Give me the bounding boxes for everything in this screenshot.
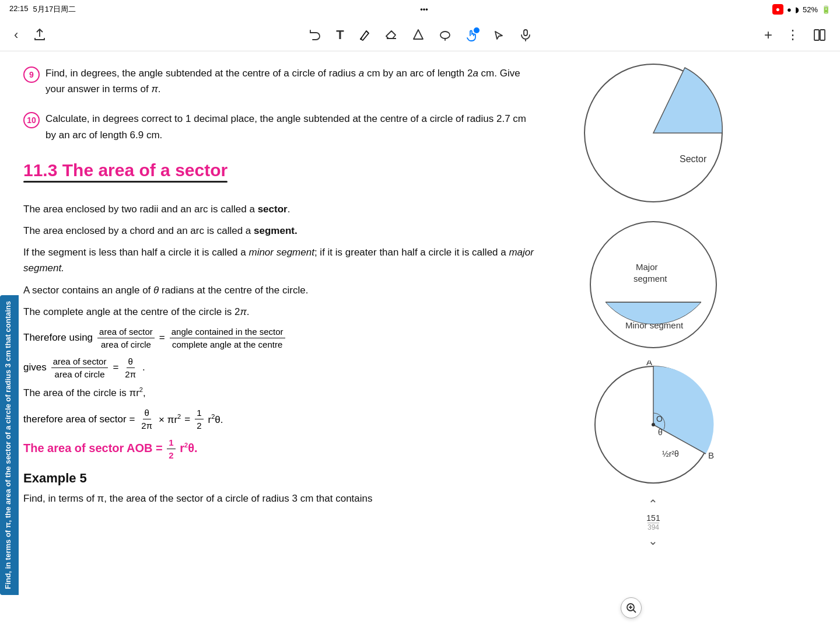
- zoom-button[interactable]: [621, 597, 642, 618]
- d3-a-label: A: [646, 360, 652, 367]
- status-date: 5月17日周二: [33, 4, 76, 15]
- text-tool-button[interactable]: T: [334, 25, 346, 45]
- math-equation-3: therefore area of sector = θ 2π × πr2 = …: [23, 407, 537, 432]
- side-tab[interactable]: Find, in terms of π, the area of the sec…: [0, 295, 19, 595]
- frac-num-5: θ: [143, 407, 151, 419]
- frac-den-5: 2π: [139, 419, 154, 432]
- svg-rect-1: [524, 30, 527, 36]
- frac-num-2: angle contained in the sector: [170, 326, 285, 338]
- svg-line-12: [634, 610, 636, 613]
- page-nav: ⌃ 151 394 ⌄: [646, 497, 660, 548]
- highlighted-formula: The area of sector AOB = 1 2 r2θ.: [23, 436, 537, 461]
- r2theta-text: r2θ.: [208, 413, 223, 426]
- body-text-5: The complete angle at the centre of the …: [23, 304, 537, 320]
- heading-underline: [23, 181, 228, 183]
- body-text-2: The area enclosed by a chord and an arc …: [23, 223, 537, 239]
- problem-9: 9 Find, in degrees, the angle subtended …: [23, 65, 537, 103]
- formula-frac: 1 2: [167, 436, 175, 461]
- frac-num-4: θ: [127, 355, 135, 368]
- major-segment-label: Major: [636, 262, 658, 272]
- math-equation-1: Therefore using area of sector area of c…: [23, 326, 537, 351]
- undo-button[interactable]: [306, 26, 324, 44]
- svg-point-10: [652, 423, 655, 426]
- pointer-tool-button[interactable]: [490, 26, 508, 44]
- problem-10: 10 Calculate, in degrees correct to 1 de…: [23, 111, 537, 148]
- diagram-2-svg: Major segment Minor segment: [578, 215, 729, 355]
- battery-text: 52%: [803, 5, 818, 14]
- times-pir2: × πr2: [159, 413, 181, 426]
- diagram-2-wrap: Major segment Minor segment: [578, 215, 729, 355]
- section-heading-wrap: 11.3 The area of a sector: [23, 157, 537, 190]
- frac-num-6: 1: [195, 407, 203, 419]
- frac-den-3: area of circle: [53, 368, 107, 380]
- frac-num-1: area of sector: [97, 326, 155, 338]
- hand-tool-wrap: [463, 26, 481, 44]
- problem-9-text: Find, in degrees, the angle subtended at…: [46, 65, 537, 97]
- body-text-circle-area: The area of the circle is πr2,: [23, 385, 537, 401]
- frac-den-4: 2π: [123, 368, 138, 380]
- fraction-sector-circle: area of sector area of circle: [97, 326, 155, 351]
- battery-icon: 🔋: [821, 5, 831, 14]
- body-text-3: If the segment is less than half a circl…: [23, 244, 537, 276]
- pen-tool-button[interactable]: [356, 26, 373, 44]
- section-heading: 11.3 The area of a sector: [23, 160, 228, 180]
- problem-10-text: Calculate, in degrees correct to 1 decim…: [46, 111, 537, 142]
- therefore-sector-text: therefore area of sector =: [23, 414, 135, 425]
- panels-button[interactable]: [811, 26, 828, 44]
- svg-point-0: [440, 32, 450, 38]
- status-bar: 22:15 5月17日周二 ••• ● ● ◗ 52% 🔋: [0, 0, 840, 19]
- example-5-heading: Example 5: [23, 471, 537, 486]
- d3-formula-label: ½r²θ: [662, 449, 679, 459]
- eraser-tool-button[interactable]: [383, 26, 400, 44]
- diagram-3-svg: O θ ½r²θ A B: [572, 360, 735, 489]
- total-pages: 394: [648, 523, 659, 531]
- fraction-theta-2pi-2: θ 2π: [139, 407, 154, 432]
- therefore-text: Therefore using: [23, 332, 93, 344]
- wifi-icon: ●: [787, 5, 792, 14]
- svg-rect-2: [814, 30, 819, 40]
- page-up-button[interactable]: ⌃: [648, 497, 658, 511]
- problem-10-number: 10: [23, 112, 40, 128]
- math-equation-2: gives area of sector area of circle = θ …: [23, 355, 537, 380]
- d3-theta-label: θ: [658, 428, 663, 437]
- frac-den-6: 2: [195, 419, 203, 432]
- diagram-3-wrap: O θ ½r²θ A B: [572, 360, 735, 489]
- d3-b-label: B: [708, 450, 714, 460]
- status-time: 22:15: [9, 4, 29, 15]
- fraction-theta-2pi: θ 2π: [123, 355, 138, 380]
- more-button[interactable]: ⋮: [784, 25, 802, 45]
- frac-num-3: area of sector: [51, 355, 108, 368]
- toolbar: ‹ T: [0, 19, 840, 51]
- active-tool-indicator: [474, 27, 480, 33]
- right-panel: Sector Major segment Minor segment: [560, 51, 747, 630]
- toolbar-center: T: [216, 25, 624, 45]
- back-button[interactable]: ‹: [12, 25, 20, 45]
- problem-9-number: 9: [23, 66, 40, 83]
- svg-rect-3: [820, 30, 825, 40]
- lasso-tool-button[interactable]: [436, 26, 454, 44]
- share-button[interactable]: [31, 26, 48, 44]
- gives-text: gives: [23, 362, 47, 373]
- page-down-button[interactable]: ⌄: [648, 534, 658, 548]
- major-segment-label-2: segment: [634, 274, 667, 284]
- content-wrapper: 9 Find, in degrees, the angle subtended …: [0, 51, 840, 630]
- sector-label: Sector: [680, 154, 707, 164]
- mic-button[interactable]: [517, 26, 534, 44]
- diagram-1-wrap: Sector: [578, 57, 729, 209]
- add-button[interactable]: +: [762, 24, 775, 46]
- fraction-half: 1 2: [195, 407, 203, 432]
- fraction-angle-centre: angle contained in the sector complete a…: [170, 326, 285, 351]
- current-page: 151: [646, 513, 660, 523]
- d3-o-label: O: [656, 414, 663, 424]
- body-text-1: The area enclosed by two radii and an ar…: [23, 201, 537, 217]
- diagram-1-svg: Sector: [578, 57, 729, 209]
- record-indicator: ●: [772, 4, 783, 15]
- status-center: •••: [420, 5, 428, 14]
- shape-tool-button[interactable]: [410, 26, 427, 44]
- frac-den-2: complete angle at the centre: [170, 338, 284, 351]
- main-content: 9 Find, in degrees, the angle subtended …: [0, 51, 560, 630]
- page-counter: 151 394: [646, 513, 660, 531]
- frac-den-1: area of circle: [99, 338, 153, 351]
- minor-segment-label: Minor segment: [625, 320, 684, 330]
- body-text-4: A sector contains an angle of θ radians …: [23, 282, 537, 298]
